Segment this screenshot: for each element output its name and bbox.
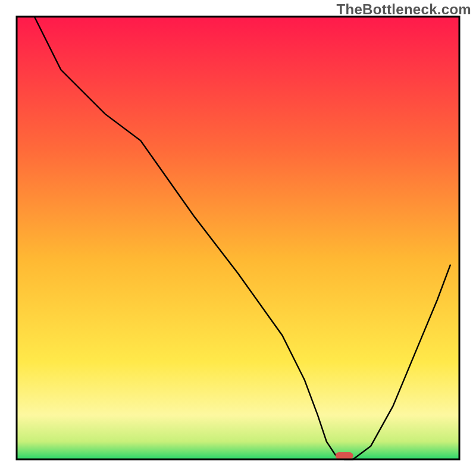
optimal-marker: [336, 452, 353, 459]
chart-container: TheBottleneck.com: [0, 0, 476, 476]
gradient-background: [17, 17, 459, 459]
watermark-text: TheBottleneck.com: [337, 1, 471, 18]
bottleneck-chart: [0, 0, 476, 476]
